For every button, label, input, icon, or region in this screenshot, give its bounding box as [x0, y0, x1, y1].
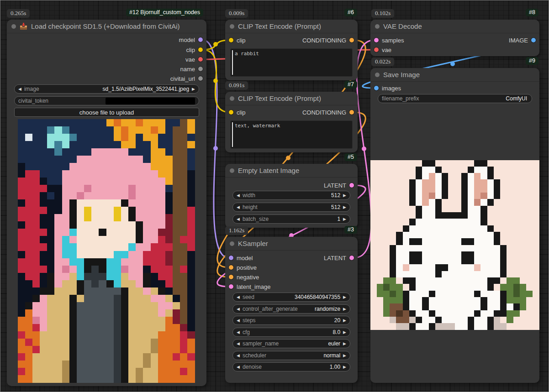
- next-arrow-icon[interactable]: ▶: [343, 295, 346, 299]
- collapse-dot[interactable]: [230, 96, 234, 101]
- prev-arrow-icon[interactable]: ◀: [237, 193, 240, 198]
- next-arrow-icon[interactable]: ▶: [192, 87, 195, 91]
- download-tray-icon: [20, 23, 27, 30]
- scheduler-stepper[interactable]: ◀ scheduler normal ▶: [232, 351, 350, 360]
- input-dot-samples[interactable]: [374, 38, 379, 42]
- cfg-stepper[interactable]: ◀ cfg 8.0 ▶: [232, 328, 350, 337]
- steps-stepper[interactable]: ◀ steps 20 ▶: [232, 316, 350, 325]
- node-header-save-image[interactable]: Save Image: [370, 68, 539, 82]
- collapse-dot[interactable]: [11, 24, 16, 29]
- input-samples: samples: [374, 36, 407, 45]
- prev-arrow-icon[interactable]: ◀: [237, 217, 240, 221]
- widget-label: sampler_name: [243, 340, 279, 347]
- next-arrow-icon[interactable]: ▶: [343, 342, 346, 346]
- seed-stepper[interactable]: ◀ seed 340465840947355 ▶: [232, 293, 350, 302]
- prev-arrow-icon[interactable]: ◀: [237, 365, 240, 369]
- prev-arrow-icon[interactable]: ◀: [237, 319, 240, 323]
- output-dot-conditioning[interactable]: [349, 110, 354, 115]
- next-arrow-icon[interactable]: ▶: [343, 205, 346, 209]
- widget-value: 340465840947355: [295, 294, 340, 300]
- output-label: vae: [185, 56, 195, 63]
- input-dot-positive[interactable]: [229, 265, 233, 270]
- node-header-vae-decode[interactable]: VAE Decode: [370, 20, 539, 33]
- graph-canvas[interactable]: Load checkpoint SD1.5 (+Download from Ci…: [0, 0, 549, 392]
- input-dot-negative[interactable]: [229, 275, 233, 279]
- node-header-clip-positive[interactable]: CLIP Text Encode (Prompt): [225, 20, 358, 33]
- output-dot-name[interactable]: [198, 67, 203, 71]
- input-images: images: [374, 84, 404, 93]
- input-positive: positive: [229, 263, 260, 272]
- width-stepper[interactable]: ◀ width 512 ▶: [232, 191, 350, 200]
- node-header-clip-negative[interactable]: CLIP Text Encode (Prompt): [225, 92, 358, 105]
- output-clip: clip: [183, 45, 203, 54]
- output-dot-latent[interactable]: [349, 256, 354, 260]
- node-load-checkpoint: Load checkpoint SD1.5 (+Download from Ci…: [7, 20, 206, 386]
- prev-arrow-icon[interactable]: ◀: [237, 330, 240, 335]
- height-stepper[interactable]: ◀ height 512 ▶: [232, 203, 350, 212]
- next-arrow-icon[interactable]: ▶: [343, 319, 346, 323]
- denoise-stepper[interactable]: ◀ denoise 1.00 ▶: [232, 362, 350, 371]
- widget-label: filename_prefix: [382, 95, 419, 102]
- widget-value: 1.00: [330, 364, 340, 370]
- output-dot-model[interactable]: [198, 37, 203, 42]
- widget-value: 512: [331, 204, 340, 210]
- input-label: model: [237, 255, 253, 261]
- node-header-empty-latent[interactable]: Empty Latent Image: [225, 164, 358, 178]
- sampler-name-stepper[interactable]: ◀ sampler_name euler ▶: [232, 339, 350, 348]
- next-arrow-icon[interactable]: ▶: [343, 365, 346, 369]
- collapse-dot[interactable]: [230, 168, 234, 173]
- filename-prefix-field[interactable]: filename_prefix ComfyUI: [378, 94, 532, 103]
- widget-label: denoise: [243, 364, 262, 370]
- next-arrow-icon[interactable]: ▶: [343, 307, 346, 311]
- prompt-textarea[interactable]: a rabbit: [230, 48, 353, 77]
- input-dot-clip[interactable]: [229, 110, 233, 115]
- prev-arrow-icon[interactable]: ◀: [18, 87, 21, 91]
- exec-time-badge: 0.009s: [225, 9, 248, 18]
- input-dot-vae[interactable]: [374, 47, 379, 52]
- collapse-dot[interactable]: [375, 73, 380, 77]
- next-arrow-icon[interactable]: ▶: [343, 217, 346, 221]
- output-dot-conditioning[interactable]: [349, 38, 354, 42]
- prompt-textarea[interactable]: text, watermark: [230, 120, 353, 149]
- next-arrow-icon[interactable]: ▶: [343, 330, 346, 335]
- widget-label: batch_size: [243, 216, 269, 222]
- input-dot-clip[interactable]: [229, 38, 233, 42]
- control-after-generate-stepper[interactable]: ◀ control_after_generate randomize ▶: [232, 304, 350, 314]
- node-ksampler: KSampler model positive negative latent_…: [225, 237, 358, 383]
- input-dot-images[interactable]: [374, 86, 379, 90]
- image-selector[interactable]: ◀ image sd_1.5/AziibPixelMix_3522441.jpe…: [14, 84, 199, 94]
- input-dot-latent-image[interactable]: [229, 284, 233, 289]
- collapse-dot[interactable]: [375, 24, 380, 29]
- node-header-ksampler[interactable]: KSampler: [225, 237, 358, 251]
- output-dot-clip[interactable]: [198, 47, 203, 52]
- civitai-token-field[interactable]: civitai_token: [14, 96, 199, 105]
- choose-file-button[interactable]: choose file to upload: [14, 108, 199, 117]
- exec-time-badge: 1.162s: [225, 226, 248, 235]
- node-clip-encode-positive: CLIP Text Encode (Prompt) clip CONDITION…: [225, 20, 358, 80]
- next-arrow-icon[interactable]: ▶: [343, 354, 346, 358]
- collapse-dot[interactable]: [230, 24, 234, 29]
- node-header-load-checkpoint[interactable]: Load checkpoint SD1.5 (+Download from Ci…: [7, 20, 206, 33]
- next-arrow-icon[interactable]: ▶: [343, 193, 346, 198]
- output-conditioning: CONDITIONING: [299, 36, 354, 45]
- node-id-badge: #3: [344, 226, 357, 234]
- batch-size-stepper[interactable]: ◀ batch_size 1 ▶: [232, 214, 350, 224]
- exec-time-badge: 0.265s: [7, 9, 30, 18]
- prev-arrow-icon[interactable]: ◀: [237, 354, 240, 358]
- output-dot-image[interactable]: [531, 38, 536, 42]
- prev-arrow-icon[interactable]: ◀: [237, 342, 240, 346]
- output-dot-vae[interactable]: [198, 57, 203, 62]
- node-empty-latent-image: Empty Latent Image LATENT ◀ width 512 ▶ …: [225, 164, 358, 228]
- collapse-dot[interactable]: [230, 241, 234, 246]
- prev-arrow-icon[interactable]: ◀: [237, 307, 240, 311]
- prev-arrow-icon[interactable]: ◀: [237, 205, 240, 209]
- node-id-badge: #8: [526, 9, 538, 16]
- output-name: name: [177, 64, 203, 73]
- output-dot-civitai-url[interactable]: [198, 76, 203, 81]
- output-dot-latent[interactable]: [349, 183, 354, 188]
- input-dot-model[interactable]: [229, 256, 233, 260]
- prev-arrow-icon[interactable]: ◀: [237, 295, 240, 299]
- input-negative: negative: [229, 272, 262, 282]
- node-id-badge: #12 Bjornulf_custom_nodes: [126, 9, 203, 16]
- input-label: clip: [237, 109, 246, 116]
